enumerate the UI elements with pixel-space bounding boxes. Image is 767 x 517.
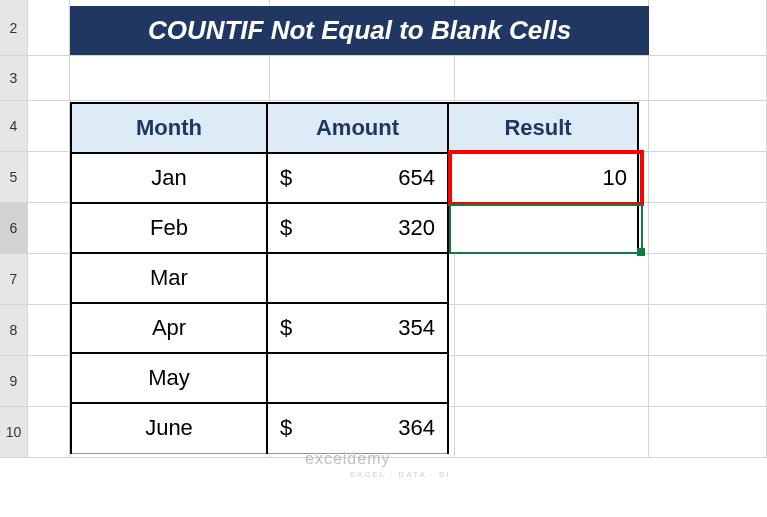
page-title: COUNTIF Not Equal to Blank Cells xyxy=(70,6,649,55)
row-header[interactable]: 6 xyxy=(0,203,27,254)
currency-symbol: $ xyxy=(280,315,292,341)
grid-cell[interactable] xyxy=(28,56,70,100)
currency-symbol: $ xyxy=(280,215,292,241)
grid-row xyxy=(28,56,767,101)
cell-result[interactable]: 10 xyxy=(448,153,638,203)
table-row: Feb$320 xyxy=(71,203,638,253)
row-header[interactable]: 10 xyxy=(0,407,27,458)
grid-cell[interactable] xyxy=(649,305,767,355)
table-row: Mar xyxy=(71,253,638,303)
cell-amount[interactable]: $654 xyxy=(267,153,448,203)
table-row: Jan$65410 xyxy=(71,153,638,203)
grid-cell[interactable] xyxy=(649,0,767,55)
cell-month[interactable]: Jan xyxy=(71,153,267,203)
grid-cell[interactable] xyxy=(649,203,767,253)
cell-amount[interactable] xyxy=(267,353,448,403)
grid-cell[interactable] xyxy=(649,356,767,406)
cell-amount[interactable]: $354 xyxy=(267,303,448,353)
row-header[interactable]: 2 xyxy=(0,0,27,56)
table-row: June$364 xyxy=(71,403,638,453)
row-header[interactable]: 7 xyxy=(0,254,27,305)
grid-cell[interactable] xyxy=(28,203,70,253)
cell-amount[interactable]: $364 xyxy=(267,403,448,453)
row-header[interactable]: 3 xyxy=(0,56,27,101)
cell-amount[interactable] xyxy=(267,253,448,303)
grid-cell[interactable] xyxy=(649,254,767,304)
grid-cell[interactable] xyxy=(28,254,70,304)
grid-cell[interactable] xyxy=(28,305,70,355)
grid-cell[interactable] xyxy=(70,56,270,100)
row-header[interactable]: 5 xyxy=(0,152,27,203)
cell-amount[interactable]: $320 xyxy=(267,203,448,253)
grid-cell[interactable] xyxy=(28,356,70,406)
grid-cell[interactable] xyxy=(649,101,767,151)
table-row: Apr$354 xyxy=(71,303,638,353)
header-amount[interactable]: Amount xyxy=(267,103,448,153)
grid-cell[interactable] xyxy=(28,101,70,151)
grid-cell[interactable] xyxy=(28,152,70,202)
watermark-subtext: EXCEL · DATA · BI xyxy=(350,470,451,479)
grid-cell[interactable] xyxy=(649,152,767,202)
currency-symbol: $ xyxy=(280,165,292,191)
header-row: Month Amount Result xyxy=(71,103,638,153)
grid-cell[interactable] xyxy=(28,0,70,55)
header-month[interactable]: Month xyxy=(71,103,267,153)
cell-month[interactable]: Feb xyxy=(71,203,267,253)
currency-symbol: $ xyxy=(280,415,292,441)
row-header[interactable]: 8 xyxy=(0,305,27,356)
cell-month[interactable]: Apr xyxy=(71,303,267,353)
amount-value: 320 xyxy=(398,215,435,241)
table-row: May xyxy=(71,353,638,403)
grid-cell[interactable] xyxy=(28,407,70,457)
amount-value: 654 xyxy=(398,165,435,191)
amount-value: 354 xyxy=(398,315,435,341)
watermark-logo: exceldemy xyxy=(305,450,390,468)
cell-month[interactable]: Mar xyxy=(71,253,267,303)
row-header[interactable]: 9 xyxy=(0,356,27,407)
cell-month[interactable]: May xyxy=(71,353,267,403)
row-header[interactable]: 4 xyxy=(0,101,27,152)
grid-cell[interactable] xyxy=(649,56,767,100)
grid-cell[interactable] xyxy=(455,56,649,100)
cell-month[interactable]: June xyxy=(71,403,267,453)
grid-cell[interactable] xyxy=(649,407,767,457)
data-table: Month Amount Result Jan$65410Feb$320MarA… xyxy=(70,102,639,454)
header-result[interactable]: Result xyxy=(448,103,638,153)
row-header-gutter: 2345678910 xyxy=(0,0,28,458)
watermark-text: exceldemy xyxy=(305,450,390,467)
amount-value: 364 xyxy=(398,415,435,441)
grid-cell[interactable] xyxy=(270,56,455,100)
cell-result[interactable] xyxy=(448,203,638,253)
